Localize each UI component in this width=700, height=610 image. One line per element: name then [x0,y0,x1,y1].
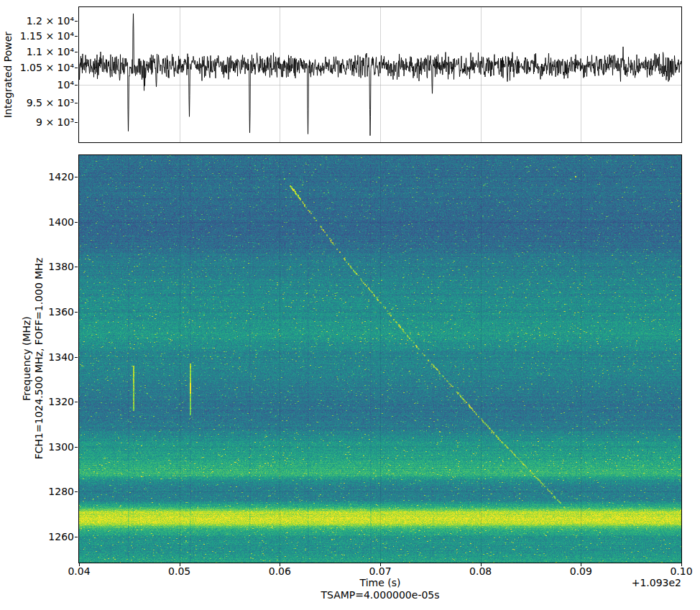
waterfall-ytick-mark [75,267,78,267]
waterfall-ytick-label: 1300 [0,440,74,453]
time-xtick-label: 0.06 [258,565,301,578]
waterfall-ytick-label: 1340 [0,351,74,364]
tsamp-label: TSAMP=4.000000e-05s [79,589,681,601]
time-xtick-mark [380,563,381,566]
time-xtick-label: 0.08 [459,565,502,578]
top-panel-ytick-mark [75,103,78,103]
waterfall-ytick-label: 1260 [0,530,74,543]
filterbank-waterfall-figure: Integrated Power Frequency (MHz) FCH1=10… [0,0,700,610]
integrated-power-axes [78,6,682,143]
top-panel-ytick-label: 10⁴ [0,78,74,91]
time-xtick-mark [280,563,280,566]
time-xtick-label: 0.10 [660,565,700,578]
top-panel-ytick-mark [75,36,78,37]
waterfall-ytick-label: 1400 [0,216,74,228]
waterfall-ytick-mark [75,402,78,402]
integrated-power-plot [79,7,681,142]
top-panel-ytick-label: 1.1 × 10⁴ [0,45,74,58]
waterfall-ytick-mark [75,222,78,223]
waterfall-ytick-label: 1280 [0,485,74,498]
waterfall-ytick-mark [75,177,78,177]
time-xtick-mark [581,563,581,566]
waterfall-ytick-label: 1420 [0,170,74,183]
waterfall-ytick-label: 1320 [0,395,74,408]
waterfall-ytick-mark [75,537,78,537]
top-panel-ytick-label: 1.05 × 10⁴ [0,61,74,74]
top-panel-ytick-label: 1.15 × 10⁴ [0,29,74,42]
time-xtick-label: 0.07 [359,565,402,578]
top-panel-ytick-label: 9.5 × 10³ [0,96,74,109]
time-xtick-mark [79,563,80,566]
top-panel-ytick-mark [75,68,78,68]
waterfall-ytick-mark [75,357,78,358]
time-xtick-mark [180,563,180,566]
time-xtick-label: 0.05 [158,565,201,578]
waterfall-heatmap [79,155,681,563]
top-panel-ytick-mark [75,122,78,123]
x-axis-offset-label: +1.093e2 [466,577,681,588]
top-panel-ytick-label: 1.2 × 10⁴ [0,14,74,27]
time-xtick-label: 0.09 [559,565,602,578]
waterfall-ytick-mark [75,447,78,448]
time-xtick-mark [681,563,682,566]
waterfall-ytick-mark [75,312,78,313]
time-xtick-label: 0.04 [57,565,101,578]
waterfall-axes [78,154,682,563]
top-panel-ytick-mark [75,21,78,22]
top-panel-ytick-mark [75,85,78,86]
time-xtick-mark [481,563,482,566]
top-panel-ytick-mark [75,52,78,52]
waterfall-ytick-mark [75,491,78,492]
waterfall-ytick-label: 1380 [0,260,74,273]
waterfall-ytick-label: 1360 [0,305,74,318]
top-panel-ytick-label: 9 × 10³ [0,116,74,129]
